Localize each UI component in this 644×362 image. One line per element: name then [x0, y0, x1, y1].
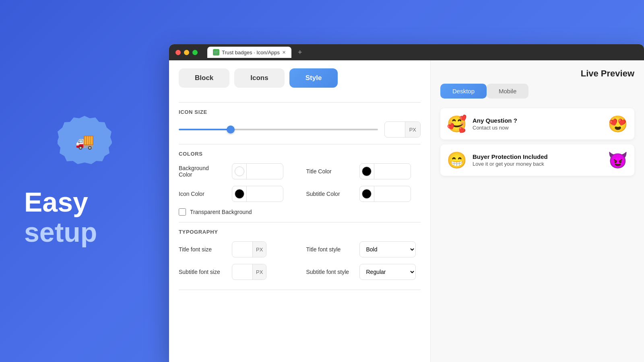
title-color-label: Title Color — [306, 168, 355, 175]
badge-svg: 🚚 — [58, 115, 112, 169]
icon-size-slider[interactable] — [179, 129, 378, 130]
traffic-light-green[interactable] — [192, 50, 198, 55]
background-swatch-circle — [235, 167, 244, 176]
background-color-input-group: #ffffff — [232, 163, 283, 179]
title-font-size-unit: PX — [252, 242, 266, 257]
title-font-style-label: Title font style — [306, 246, 355, 253]
typography-title: TYPOGRAPHY — [179, 229, 421, 235]
tab-close-button[interactable]: ✕ — [282, 50, 286, 55]
preview-content: 🥰 Any Question ? Contact us now 😍 😁 Buye… — [431, 99, 644, 362]
title-color-field: Title Color #000000 — [306, 163, 421, 179]
badge-emoji-left-2: 😁 — [447, 150, 467, 170]
subtitle-font-size-input-group: 12 PX — [232, 264, 266, 280]
title-font-size-label: Title font size — [179, 246, 227, 253]
settings-panel: Block Icons Style ICON SIZE 50 PX — [169, 60, 431, 362]
background-color-swatch[interactable] — [232, 164, 247, 179]
preview-panel: Live Preview Desktop Mobile 🥰 Any Questi… — [431, 60, 644, 362]
badge-title-1: Any Question ? — [473, 117, 517, 124]
title-swatch-circle — [362, 167, 372, 176]
subtitle-font-size-input[interactable]: 12 — [232, 269, 252, 276]
badge-emoji-left-1: 🥰 — [447, 114, 467, 134]
title-font-size-field: Title font size 14 PX — [179, 241, 293, 257]
icon-color-input-group: #000000 — [232, 186, 283, 202]
subtitle-font-style-select[interactable]: Regular Bold Italic Bold Italic — [359, 264, 416, 280]
browser-tab[interactable]: 🛒 Trust badges · Icon/Apps ✕ — [207, 47, 291, 58]
subtitle-color-swatch[interactable] — [360, 186, 374, 202]
typography-grid: Title font size 14 PX Title font style B… — [179, 241, 421, 280]
badge-container: 🚚 — [58, 115, 112, 171]
typography-section: TYPOGRAPHY Title font size 14 PX — [179, 229, 421, 280]
badge-emoji-right-2: 😈 — [608, 151, 628, 170]
size-input-group: 50 PX — [384, 121, 421, 138]
icon-color-hex[interactable]: #000000 — [247, 191, 283, 197]
subtitle-color-field: Subtitle Color #000000 — [306, 186, 421, 202]
badge-subtitle-2: Love it or get your money back — [473, 161, 548, 167]
tab-style[interactable]: Style — [289, 68, 338, 88]
mobile-tab[interactable]: Mobile — [487, 84, 528, 99]
transparent-bg-checkbox[interactable] — [179, 208, 186, 216]
subtitle-color-hex[interactable]: #000000 — [374, 191, 411, 197]
transparent-bg-label: Transparent Background — [190, 209, 252, 215]
subtitle-font-size-unit: PX — [252, 264, 266, 280]
divider-4 — [179, 290, 421, 290]
divider-3 — [179, 222, 421, 222]
tab-block[interactable]: Block — [179, 68, 229, 88]
subtitle-font-size-field: Subtitle font size 12 PX — [179, 264, 293, 280]
icon-size-title: ICON SIZE — [179, 109, 421, 115]
title-font-style-field: Title font style Bold Regular Italic Bol… — [306, 241, 421, 257]
background-color-field: BackgroundColor #ffffff — [179, 163, 293, 179]
colors-title: COLORS — [179, 151, 421, 157]
icon-size-section: ICON SIZE 50 PX — [179, 109, 421, 138]
tab-row: Block Icons Style — [169, 60, 430, 96]
subtitle-font-style-label: Subtitle font style — [306, 269, 355, 275]
hero-text-easy: Easy — [24, 187, 97, 217]
title-font-size-input[interactable]: 14 — [232, 246, 252, 253]
badge-subtitle-1: Contact us now — [473, 125, 517, 131]
desktop-tab[interactable]: Desktop — [440, 84, 487, 99]
icon-color-field: Icon Color #000000 — [179, 186, 293, 202]
icon-size-row: 50 PX — [179, 121, 421, 138]
icon-swatch-circle — [235, 189, 244, 199]
trust-badge-item-1: 🥰 Any Question ? Contact us now 😍 — [440, 108, 634, 140]
svg-text:🚚: 🚚 — [75, 132, 94, 150]
tab-icons[interactable]: Icons — [234, 68, 284, 88]
title-color-input-group: #000000 — [359, 163, 411, 179]
title-color-swatch[interactable] — [360, 164, 374, 179]
background-color-hex[interactable]: #ffffff — [247, 169, 283, 175]
divider-2 — [179, 144, 421, 144]
live-preview-title: Live Preview — [440, 68, 634, 79]
icon-color-label: Icon Color — [179, 191, 227, 197]
badge-text-2: Buyer Protection Included Love it or get… — [473, 153, 548, 167]
title-font-style-select[interactable]: Bold Regular Italic Bold Italic — [359, 241, 416, 257]
browser-titlebar: 🛒 Trust badges · Icon/Apps ✕ + — [169, 44, 644, 60]
icon-size-unit: PX — [405, 122, 420, 137]
colors-section: COLORS BackgroundColor #ffffff — [179, 151, 421, 216]
left-background-panel: 🚚 Easy setup — [0, 0, 169, 362]
traffic-light-yellow[interactable] — [184, 50, 189, 55]
title-font-size-input-group: 14 PX — [232, 241, 266, 257]
badge-text-1: Any Question ? Contact us now — [473, 117, 517, 131]
hero-text: Easy setup — [16, 187, 97, 247]
hero-text-setup: setup — [24, 217, 97, 247]
settings-content: ICON SIZE 50 PX COLORS — [169, 102, 430, 306]
background-color-label: BackgroundColor — [179, 165, 227, 178]
tab-favicon: 🛒 — [213, 49, 219, 56]
trust-badge-item-2: 😁 Buyer Protection Included Love it or g… — [440, 144, 634, 176]
transparent-bg-row: Transparent Background — [179, 208, 421, 216]
icon-size-input[interactable]: 50 — [385, 126, 405, 133]
preview-header: Live Preview Desktop Mobile — [431, 60, 644, 99]
browser-content: Block Icons Style ICON SIZE 50 PX — [169, 60, 644, 362]
browser-window: 🛒 Trust badges · Icon/Apps ✕ + Block Ico… — [169, 44, 644, 362]
icon-color-swatch[interactable] — [232, 186, 247, 202]
title-color-hex[interactable]: #000000 — [374, 169, 411, 175]
traffic-light-red[interactable] — [175, 50, 181, 55]
new-tab-button[interactable]: + — [295, 48, 305, 57]
badge-title-2: Buyer Protection Included — [473, 153, 548, 160]
divider-1 — [179, 102, 421, 103]
subtitle-color-label: Subtitle Color — [306, 191, 355, 197]
subtitle-swatch-circle — [362, 189, 372, 199]
badge-emoji-right-1: 😍 — [608, 115, 628, 134]
subtitle-font-style-field: Subtitle font style Regular Bold Italic … — [306, 264, 421, 280]
slider-container — [179, 129, 378, 130]
preview-device-tabs: Desktop Mobile — [440, 84, 634, 99]
